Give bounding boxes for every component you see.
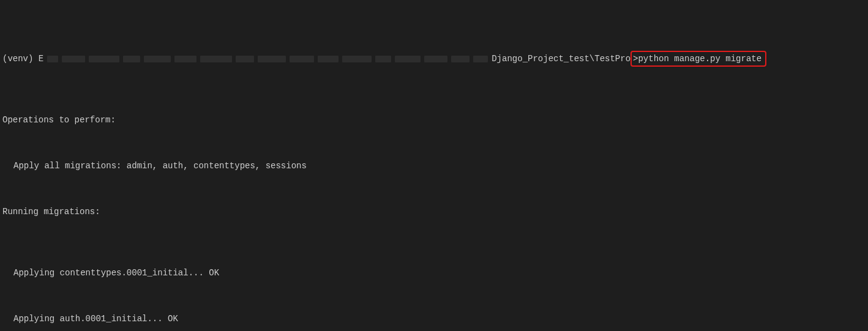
prompt-line: (venv) E Django_Project_test\TestPro >py… xyxy=(2,51,866,67)
terminal-output[interactable]: (venv) E Django_Project_test\TestPro >py… xyxy=(0,0,868,331)
command-highlight-box: >python manage.py migrate xyxy=(630,51,766,67)
migration-line: Applying contenttypes.0001_initial... OK xyxy=(2,266,866,281)
apply-all-line: Apply all migrations: admin, auth, conte… xyxy=(2,158,866,174)
migration-line: Applying auth.0001_initial... OK xyxy=(2,311,866,327)
redacted-path xyxy=(47,56,488,62)
command-text: python manage.py migrate xyxy=(638,54,761,64)
prompt-path-tail: Django_Project_test\TestPro xyxy=(492,51,630,67)
operations-header: Operations to perform: xyxy=(2,113,866,128)
prompt-prefix: (venv) E xyxy=(2,51,43,67)
running-header: Running migrations: xyxy=(2,204,866,220)
